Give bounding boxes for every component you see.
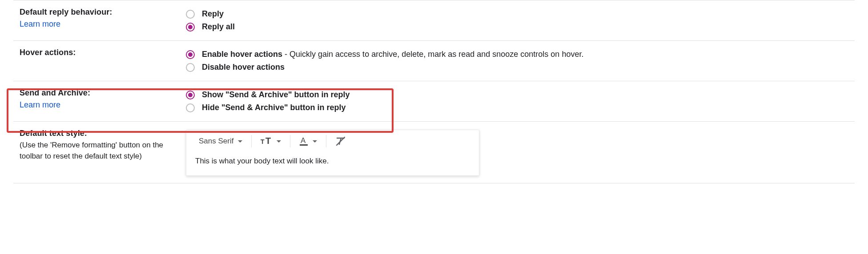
svg-text:T: T (261, 138, 265, 145)
learn-more-link-reply[interactable]: Learn more (20, 20, 60, 29)
chevron-down-icon (238, 140, 242, 143)
setting-title-hover: Hover actions: (20, 48, 181, 57)
toolbar-divider (290, 135, 290, 147)
svg-rect-3 (300, 144, 308, 146)
option-enable-hover-label: Enable hover actions (202, 50, 282, 59)
option-show-send-archive[interactable]: Show "Send & Archive" button in reply (186, 88, 848, 101)
font-family-label: Sans Serif (199, 137, 233, 146)
toolbar-divider (326, 135, 326, 147)
radio-hide-send-archive[interactable] (186, 103, 195, 112)
setting-title-text-style: Default text style: (20, 129, 181, 138)
option-hide-send-archive-label: Hide "Send & Archive" button in reply (202, 103, 346, 112)
option-hide-send-archive[interactable]: Hide "Send & Archive" button in reply (186, 101, 848, 114)
font-family-dropdown[interactable]: Sans Serif (195, 135, 246, 147)
text-color-icon: A (299, 136, 308, 146)
learn-more-link-send-archive[interactable]: Learn more (20, 100, 60, 110)
text-style-card: Sans Serif TT A (186, 130, 479, 176)
option-disable-hover-label: Disable hover actions (202, 63, 285, 72)
section-default-reply: Default reply behaviour: Learn more Repl… (13, 0, 855, 40)
option-disable-hover[interactable]: Disable hover actions (186, 61, 848, 74)
radio-disable-hover[interactable] (186, 63, 195, 72)
radio-reply-all[interactable] (186, 23, 195, 32)
remove-formatting-icon (335, 136, 346, 146)
section-hover-actions: Hover actions: Enable hover actions - Qu… (13, 40, 855, 81)
svg-text:A: A (301, 136, 306, 145)
text-style-preview: This is what your body text will look li… (186, 152, 479, 175)
option-reply-all-label: Reply all (202, 22, 235, 32)
setting-title-reply: Default reply behaviour: (20, 8, 181, 17)
chevron-down-icon (277, 140, 281, 143)
setting-sub-text-style: (Use the 'Remove formatting' button on t… (20, 140, 181, 162)
option-enable-hover-desc: - Quickly gain access to archive, delete… (282, 50, 583, 59)
section-send-archive: Send and Archive: Learn more Show "Send … (13, 81, 855, 121)
section-default-text-style: Default text style: (Use the 'Remove for… (13, 121, 855, 183)
radio-reply[interactable] (186, 10, 195, 19)
option-enable-hover[interactable]: Enable hover actions - Quickly gain acce… (186, 48, 848, 61)
option-reply-all[interactable]: Reply all (186, 20, 848, 33)
toolbar-divider (251, 135, 252, 147)
text-style-toolbar: Sans Serif TT A (186, 130, 479, 152)
chevron-down-icon (313, 140, 317, 143)
svg-text:T: T (265, 137, 271, 146)
font-size-dropdown[interactable]: TT (257, 135, 285, 147)
text-size-icon: TT (261, 137, 272, 146)
option-show-send-archive-label: Show "Send & Archive" button in reply (202, 90, 350, 99)
radio-show-send-archive[interactable] (186, 91, 195, 99)
option-reply[interactable]: Reply (186, 8, 848, 20)
radio-enable-hover[interactable] (186, 50, 195, 59)
remove-formatting-button[interactable] (332, 135, 350, 148)
option-reply-label: Reply (202, 9, 224, 19)
text-color-dropdown[interactable]: A (296, 135, 321, 148)
setting-title-send-archive: Send and Archive: (20, 88, 181, 98)
